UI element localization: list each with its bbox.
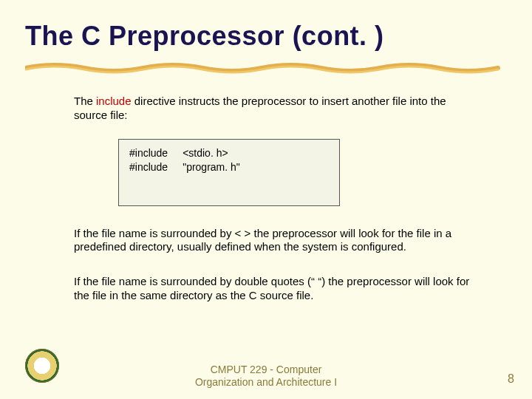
- intro-text: The include directive instructs the prep…: [74, 95, 473, 123]
- code-arg: "program. h": [183, 161, 255, 176]
- title-underline: [25, 61, 505, 75]
- code-arg: <stdio. h>: [183, 147, 255, 162]
- code-row: #include "program. h": [129, 161, 255, 176]
- footer-course-label: CMPUT 229 - Computer Organization and Ar…: [0, 364, 532, 389]
- intro-keyword: include: [96, 95, 132, 107]
- slide-title: The C Preprocessor (cont. ): [0, 0, 532, 52]
- footer-line-1: CMPUT 229 - Computer: [211, 364, 322, 375]
- code-row: #include <stdio. h>: [129, 147, 255, 162]
- paragraph-double-quotes: If the file name is surrounded by double…: [74, 275, 473, 303]
- code-directive: #include: [129, 147, 183, 162]
- code-box: #include <stdio. h> #include "program. h…: [118, 139, 340, 206]
- code-table: #include <stdio. h> #include "program. h…: [129, 147, 255, 176]
- footer-line-2: Organization and Architecture I: [195, 376, 337, 388]
- code-directive: #include: [129, 161, 183, 176]
- page-number: 8: [508, 372, 514, 386]
- paragraph-angle-brackets: If the file name is surrounded by < > th…: [74, 227, 473, 255]
- intro-prefix: The: [74, 95, 96, 107]
- slide-body: The include directive instructs the prep…: [74, 95, 473, 303]
